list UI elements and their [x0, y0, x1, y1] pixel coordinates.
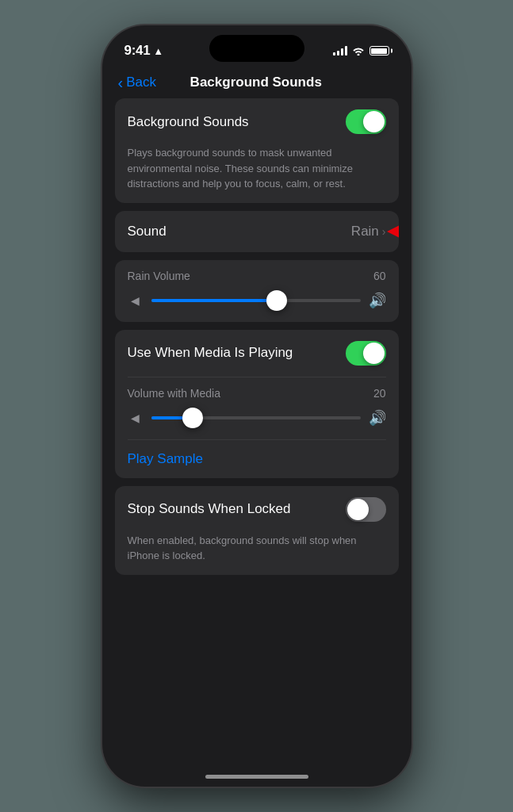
- arrow-indicator: [387, 211, 399, 252]
- volume-low-icon-2: ◀: [128, 412, 144, 424]
- sound-label: Sound: [128, 224, 167, 239]
- use-when-media-row: Use When Media Is Playing: [115, 330, 399, 377]
- sound-value: Rain ›: [351, 224, 386, 239]
- volume-with-media-slider-row: ◀ 🔊: [128, 409, 386, 427]
- home-indicator: [205, 775, 308, 779]
- volume-with-media-header: Volume with Media 20: [128, 387, 386, 400]
- sound-group: Sound Rain ›: [115, 211, 399, 252]
- sound-current-value: Rain: [351, 224, 379, 239]
- page-title: Background Sounds: [156, 75, 356, 90]
- background-sounds-group: Background Sounds Plays background sound…: [115, 98, 399, 203]
- volume-high-icon-2: 🔊: [369, 409, 386, 427]
- rain-volume-value: 60: [373, 270, 386, 282]
- rain-volume-thumb[interactable]: [266, 290, 287, 311]
- stop-sounds-label: Stop Sounds When Locked: [128, 501, 291, 517]
- rain-volume-fill: [151, 299, 277, 302]
- back-label: Back: [126, 75, 156, 90]
- person-icon: ▲: [153, 45, 163, 57]
- nav-bar: ‹ Back Background Sounds: [102, 68, 412, 98]
- rain-volume-header: Rain Volume 60: [128, 270, 386, 282]
- use-when-media-label: Use When Media Is Playing: [128, 345, 293, 361]
- back-button[interactable]: ‹ Back: [118, 75, 156, 90]
- stop-sounds-row: Stop Sounds When Locked: [115, 486, 399, 533]
- background-sounds-label: Background Sounds: [128, 114, 249, 130]
- volume-with-media-value: 20: [373, 387, 386, 400]
- volume-with-media-section: Volume with Media 20 ◀ 🔊: [115, 377, 399, 439]
- signal-icon: [333, 46, 347, 56]
- volume-high-icon: 🔊: [369, 292, 386, 309]
- use-when-media-toggle[interactable]: [346, 341, 386, 366]
- status-icons: [333, 46, 389, 56]
- volume-with-media-thumb[interactable]: [182, 408, 203, 428]
- content-area: Background Sounds Plays background sound…: [102, 98, 412, 583]
- status-time: 9:41: [124, 43, 151, 59]
- background-sounds-toggle[interactable]: [346, 109, 386, 134]
- battery-icon: [369, 46, 389, 56]
- toggle-thumb: [363, 111, 385, 132]
- rain-volume-group: Rain Volume 60 ◀ 🔊: [115, 260, 399, 322]
- rain-volume-section: Rain Volume 60 ◀ 🔊: [115, 260, 399, 322]
- dynamic-island: [209, 35, 304, 62]
- wifi-icon: [352, 46, 365, 56]
- stop-sounds-toggle[interactable]: [346, 497, 386, 522]
- rain-volume-track[interactable]: [151, 299, 361, 302]
- play-sample-button[interactable]: Play Sample: [115, 440, 399, 478]
- volume-with-media-label: Volume with Media: [128, 387, 221, 400]
- toggle-thumb-2: [363, 343, 385, 364]
- toggle-thumb-3: [347, 499, 369, 520]
- sound-row[interactable]: Sound Rain ›: [115, 211, 399, 252]
- volume-with-media-track[interactable]: [151, 416, 361, 419]
- background-sounds-row: Background Sounds: [115, 98, 399, 145]
- volume-low-icon: ◀: [128, 294, 144, 307]
- background-sounds-description: Plays background sounds to mask unwanted…: [115, 145, 399, 203]
- rain-volume-slider-row: ◀ 🔊: [128, 292, 386, 309]
- rain-volume-label: Rain Volume: [128, 270, 190, 282]
- stop-sounds-group: Stop Sounds When Locked When enabled, ba…: [115, 486, 399, 575]
- media-group: Use When Media Is Playing Volume with Me…: [115, 330, 399, 478]
- back-chevron-icon: ‹: [118, 75, 124, 90]
- sound-chevron-icon: ›: [382, 225, 386, 238]
- stop-sounds-description: When enabled, background sounds will sto…: [115, 533, 399, 575]
